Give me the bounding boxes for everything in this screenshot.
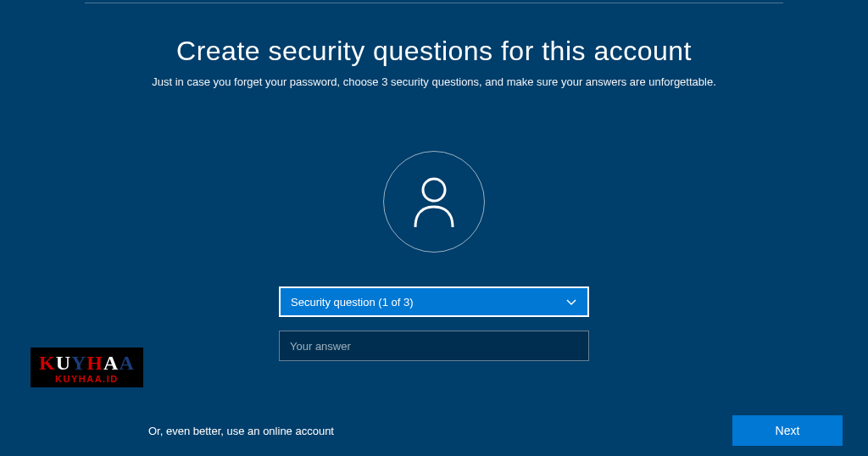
page-subtitle: Just in case you forget your password, c… — [0, 75, 868, 88]
page-title: Create security questions for this accou… — [0, 36, 868, 67]
watermark-logo: KUYHAA KUYHAA.ID — [31, 348, 143, 387]
select-label: Security question (1 of 3) — [291, 296, 414, 309]
top-divider — [85, 3, 783, 3]
bottom-bar: Or, even better, use an online account N… — [0, 415, 868, 446]
watermark-site: KUYHAA.ID — [39, 375, 135, 384]
watermark-brand: KUYHAA — [39, 353, 135, 373]
svg-point-0 — [423, 179, 445, 201]
next-button[interactable]: Next — [732, 415, 843, 446]
form-area: Security question (1 of 3) — [279, 286, 589, 361]
avatar — [383, 151, 485, 253]
use-online-account-link[interactable]: Or, even better, use an online account — [148, 425, 334, 437]
chevron-down-icon — [565, 296, 577, 308]
answer-input[interactable] — [279, 331, 589, 361]
person-icon — [410, 175, 458, 229]
main-content: Create security questions for this accou… — [0, 0, 868, 361]
security-question-select[interactable]: Security question (1 of 3) — [279, 286, 589, 317]
